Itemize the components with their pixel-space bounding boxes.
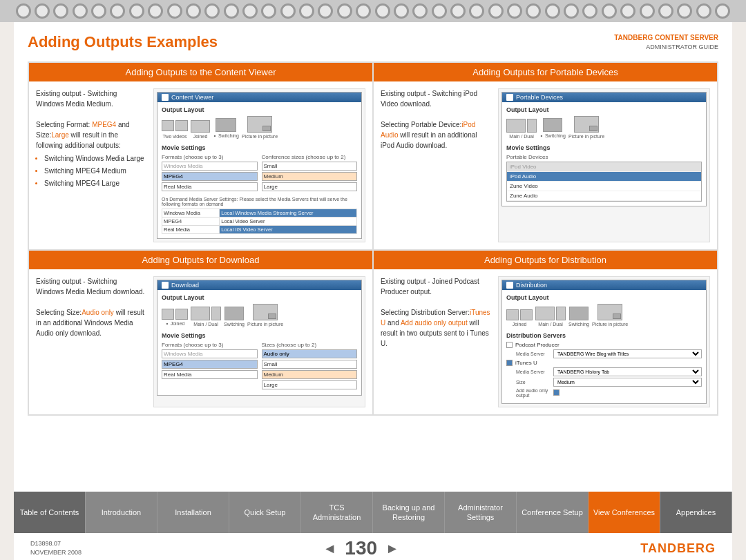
spiral-ring [620,3,635,19]
tab-introduction[interactable]: Introduction [86,492,157,533]
layout-main-dl [191,307,210,320]
device-ipod-video[interactable]: iPod Video [507,162,701,172]
format-real-dl[interactable]: Real Media [162,370,258,379]
on-demand-row-wm: Windows Media Local Windows Media Stream… [162,209,357,217]
section-header-distribution: Adding Outputs for Distribution [374,251,717,269]
layout-switch-dl [224,307,244,320]
bullet-item-1: Switching Windows Media Large [44,153,146,164]
podcast-server-select[interactable]: TANDBERG Wire Blog with Titles [553,349,702,358]
window-title: Content Viewer [171,94,213,101]
layout-label-switching-dl: Switching [224,322,245,327]
audio-only-highlight: Audio only [82,309,114,316]
size-large[interactable]: Large [262,182,358,191]
output-layout-label: Output Layout [162,106,357,113]
layout-label-main-dual: Main / Dual [509,134,533,139]
formats-label: Formats (choose up to 3) [162,154,258,160]
spiral-ring [375,3,390,19]
mock-window-download: Download Output Layout ⚬ Joine [157,280,362,396]
device-ipod-audio[interactable]: iPod Audio [507,172,701,182]
mock-body-portable: Output Layout Main / Dual [502,102,706,206]
mock-titlebar-portable: Portable Devices [502,93,706,102]
spiral-ring [148,3,163,19]
format-real-media[interactable]: Real Media [162,182,258,191]
tab-installation[interactable]: Installation [157,492,229,533]
formats-col: Formats (choose up to 3) Windows Media M… [162,154,258,193]
devices-list: iPod Video iPod Audio Zune Video Zune Au… [506,162,702,202]
formats-col-dl: Formats (choose up to 3) Windows Media M… [162,342,258,391]
brand-tandberg: TANDBERG [614,34,655,41]
format-mpeg4-dl[interactable]: MPEG4 [162,360,258,369]
itunes-server-select[interactable]: TANDBERG History Tab [553,367,702,376]
window-icon [162,94,169,101]
window-title-download: Download [171,282,199,289]
size-medium-selected[interactable]: Medium [262,172,358,181]
podcast-label: Podcast Producer [515,342,560,348]
tab-label-toc: Table of Contents [20,508,79,517]
tab-table-of-contents[interactable]: Table of Contents [14,492,86,533]
output-layout-row-portable: Main / Dual ⚬ Switching [506,116,702,139]
spiral-ring [35,3,50,19]
device-zune-video[interactable]: Zune Video [507,182,701,191]
pip-inset-dist [613,313,621,319]
on-demand-row-real: Real Media Local IIS Video Server [162,225,357,233]
size-small[interactable]: Small [262,162,358,171]
layout-side-dist [556,307,566,320]
footer-pagination: ◄ 130 ► [323,537,399,559]
layout-small-1 [162,309,174,320]
size-audio-only-dl[interactable]: Audio only [262,349,358,358]
size-small-dl[interactable]: Small [262,360,358,369]
device-zune-audio[interactable]: Zune Audio [507,191,701,201]
size-large-dl[interactable]: Large [262,380,358,389]
spiral-ring [224,3,239,19]
layout-label-pip: Picture in picture [242,134,278,139]
tab-tcs-admin[interactable]: TCS Administration [301,492,373,533]
tab-conference-setup[interactable]: Conference Setup [517,492,589,533]
tab-quick-setup[interactable]: Quick Setup [229,492,301,533]
mock-window-distribution: Distribution Output Layout Joi [501,280,707,404]
layout-label-switching: ⚬ Switching [213,133,239,139]
itunes-audio-checkbox[interactable] [553,389,560,396]
spiral-ring [16,3,31,19]
layout-joined-dl: ⚬ Joined [162,309,188,327]
itunes-label: iTunes U [515,360,537,366]
output-layout-label-dist: Output Layout [506,294,702,301]
itunes-row: iTunes U [506,360,702,366]
layout-box-switching [216,118,236,132]
dist-servers-label: Distribution Servers [506,332,702,339]
sizes-col: Conference sizes (choose up to 2) Small … [262,154,358,193]
on-demand-label-wm: Windows Media [162,209,220,217]
podcast-checkbox[interactable] [506,342,513,348]
layout-switch-dist [569,307,589,320]
next-arrow[interactable]: ► [385,541,399,557]
itunes-size-label: Size [516,380,551,385]
page-content: Adding Outputs Examples TANDBERG CONTENT… [14,22,732,492]
format-wm-dl[interactable]: Windows Media [162,349,258,358]
output-layout-label-portable: Output Layout [506,106,702,113]
layout-label: Two videos [162,134,186,139]
layout-box [175,120,188,131]
section-body-content-viewer: Existing output - Switching Windows Medi… [29,81,372,249]
layout-two-videos: Two videos [162,120,188,139]
size-medium-dl[interactable]: Medium [262,370,358,379]
format-windows-media[interactable]: Windows Media [162,162,258,171]
tab-label-tcs: TCS Administration [305,503,368,523]
podcast-server-label: Media Server [516,351,551,356]
prev-arrow[interactable]: ◄ [323,541,337,557]
layout-label-joined-dist: Joined [513,322,527,327]
section-header-download: Adding Outputs for Download [29,251,372,269]
itunes-size-select[interactable]: Medium [553,378,702,387]
tab-view-conferences[interactable]: View Conferences [589,492,660,533]
text-selecting-size: Selecting Size:Audio only will result in… [36,309,144,337]
text-selecting-format: Selecting Format: MPEG4 and Size:Large w… [36,121,130,149]
itunes-checkbox[interactable] [506,360,513,366]
itunes-size-sub: Size Medium [516,378,702,387]
tab-label-appendices: Appendices [676,508,716,517]
format-mpeg4-selected[interactable]: MPEG4 [162,172,258,181]
tab-appendices[interactable]: Appendices [660,492,732,533]
tab-admin-settings[interactable]: Administrator Settings [445,492,517,533]
section-image-download: Download Output Layout ⚬ Joine [153,276,365,407]
layout-main [506,119,526,133]
itunes-audio-label: Add audio only output [516,388,551,398]
tab-backing-up[interactable]: Backing up and Restoring [373,492,445,533]
layout-label-main-dual-dl: Main / Dual [193,322,218,327]
